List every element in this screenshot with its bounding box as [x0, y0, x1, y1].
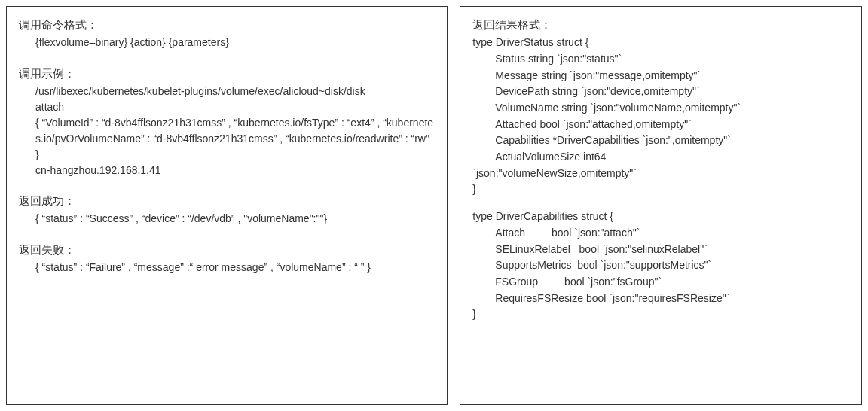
sec2-line2: attach	[35, 99, 435, 115]
sec3-title: 返回成功：	[19, 192, 435, 209]
struct1-f2: Message string `json:"message,omitempty"…	[472, 68, 849, 84]
struct2-f1: Attach bool `json:"attach"`	[472, 225, 849, 242]
struct1-f7a: ActualVolumeSize int64	[472, 149, 849, 166]
sec1-line1: {flexvolume–binary} {action} {parameters…	[19, 35, 435, 51]
struct1-f4: VolumeName string `json:"volumeName,omit…	[472, 100, 849, 117]
struct2-f4: FSGroup bool `json:"fsGroup"`	[472, 274, 849, 291]
struct2-f2: SELinuxRelabel bool `json:"selinuxRelabe…	[472, 242, 849, 258]
struct2-open: type DriverCapabilities struct {	[472, 209, 849, 225]
right-title: 返回结果格式：	[472, 16, 849, 33]
struct1-f6: Capabilities *DriverCapabilities `json:"…	[472, 132, 849, 149]
sec2-line3: { “VolumeId” : “d-8vb4fflsonz21h31cmss” …	[35, 115, 435, 163]
struct1-f5: Attached bool `json:"attached,omitempty"…	[472, 117, 849, 133]
sec4-title: 返回失败：	[19, 241, 435, 258]
sec2-line4: cn-hangzhou.192.168.1.41	[35, 163, 435, 178]
sec2-block: /usr/libexec/kubernetes/kubelet-plugins/…	[19, 84, 435, 178]
sec2-title: 调用示例：	[19, 65, 435, 82]
sec3-line1: { “status” : “Success” , “device” : “/de…	[19, 211, 435, 227]
struct1-f7b: `json:"volumeNewSize,omitempty"`	[472, 166, 849, 182]
struct2-f5: RequiresFSResize bool `json:"requiresFSR…	[472, 291, 849, 307]
right-panel: 返回结果格式： type DriverStatus struct { Statu…	[460, 6, 862, 405]
struct1-close: }	[472, 181, 849, 198]
struct2-f3: SupportsMetrics bool `json:"supportsMetr…	[472, 257, 849, 274]
sec2-line1: /usr/libexec/kubernetes/kubelet-plugins/…	[35, 84, 435, 99]
struct1-open: type DriverStatus struct {	[472, 35, 849, 51]
sec4-line1: { “status” : “Failure” , “message” :“ er…	[19, 260, 435, 276]
struct1-f1: Status string `json:"status"`	[472, 51, 849, 68]
left-panel: 调用命令格式： {flexvolume–binary} {action} {pa…	[6, 6, 448, 405]
struct2-close: }	[472, 306, 849, 323]
struct1-f3: DevicePath string `json:"device,omitempt…	[472, 84, 849, 100]
sec1-title: 调用命令格式：	[19, 16, 435, 33]
